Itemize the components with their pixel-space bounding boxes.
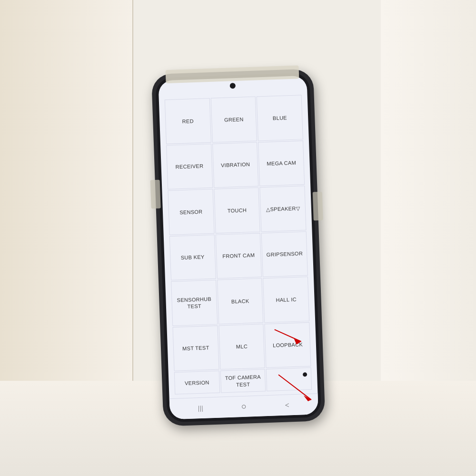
grid-cell-empty bbox=[266, 367, 312, 391]
grid-cell-speaker[interactable]: △SPEAKER▽ bbox=[260, 186, 307, 232]
tape-right bbox=[313, 192, 323, 221]
grid-cell-mst-test[interactable]: MST TEST bbox=[172, 325, 219, 371]
grid-cell-tof-camera-test[interactable]: TOF CAMERA TEST bbox=[220, 369, 266, 393]
grid-cell-red[interactable]: RED bbox=[165, 98, 211, 144]
grid-cell-mega-cam[interactable]: MEGA CAM bbox=[258, 140, 305, 187]
navigation-bar: ||| ○ < bbox=[169, 393, 318, 419]
grid-cell-sensor[interactable]: SENSOR bbox=[168, 189, 214, 235]
test-menu-grid: RED GREEN BLUE RECEIVER VIBRATION MEGA C… bbox=[158, 76, 317, 398]
grid-cell-vibration[interactable]: VIBRATION bbox=[212, 142, 259, 188]
grid-cell-receiver[interactable]: RECEIVER bbox=[166, 143, 213, 189]
grid-cell-front-cam[interactable]: FRONT CAM bbox=[215, 233, 262, 279]
grid-cell-touch[interactable]: TOUCH bbox=[214, 188, 260, 234]
phone-body: RED GREEN BLUE RECEIVER VIBRATION MEGA C… bbox=[151, 69, 326, 426]
tape-left bbox=[150, 180, 161, 209]
grid-cell-blue[interactable]: BLUE bbox=[257, 95, 303, 141]
nav-back-icon[interactable]: ||| bbox=[193, 400, 208, 416]
grid-cell-version[interactable]: VERSION bbox=[174, 371, 220, 395]
nav-recent-icon[interactable]: < bbox=[279, 397, 295, 413]
grid-cell-sensorhub-test[interactable]: SENSORHUB TEST bbox=[171, 280, 218, 326]
screen: RED GREEN BLUE RECEIVER VIBRATION MEGA C… bbox=[158, 76, 318, 419]
grid-cell-sub-key[interactable]: SUB KEY bbox=[169, 234, 216, 280]
grid-cell-hall-ic[interactable]: HALL IC bbox=[263, 277, 309, 323]
grid-cell-black[interactable]: BLACK bbox=[217, 278, 264, 325]
grid-cell-loopback[interactable]: LOOPBACK bbox=[265, 322, 311, 368]
nav-home-icon[interactable]: ○ bbox=[236, 399, 252, 415]
phone-inner: RED GREEN BLUE RECEIVER VIBRATION MEGA C… bbox=[155, 73, 321, 423]
grid-cell-mlc[interactable]: MLC bbox=[218, 324, 265, 370]
grid-cell-gripsensor[interactable]: GRIPSENSOR bbox=[261, 231, 308, 278]
grid-cell-green[interactable]: GREEN bbox=[210, 97, 257, 143]
